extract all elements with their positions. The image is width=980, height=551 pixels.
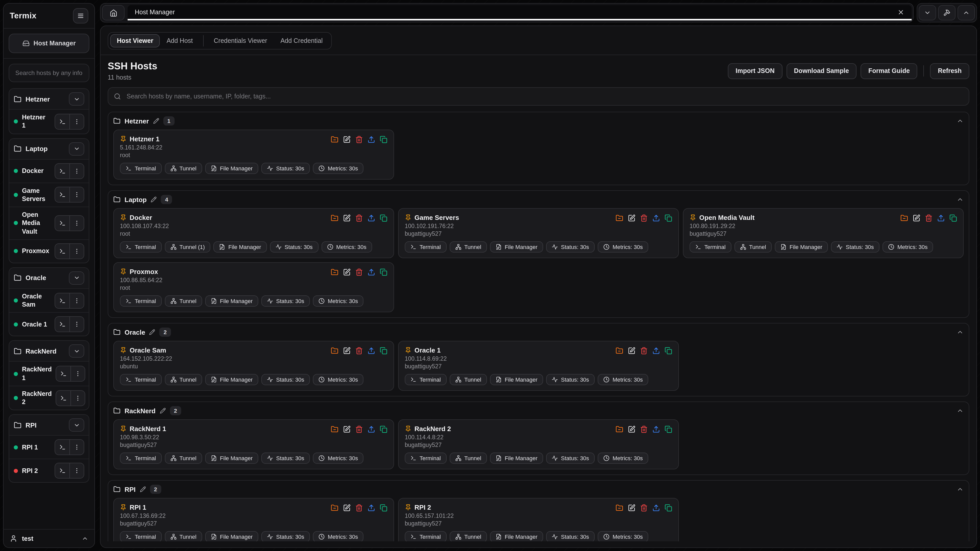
sidebar-host-terminal-button[interactable] — [55, 440, 69, 455]
host-tunnel-chip[interactable]: Tunnel — [449, 531, 487, 541]
host-file-manager-chip[interactable]: File Manager — [490, 374, 543, 385]
sidebar-host-menu-button[interactable] — [69, 216, 84, 230]
host-status-chip[interactable]: Status: 30s — [261, 374, 310, 385]
host-metrics-chip[interactable]: Metrics: 30s — [321, 241, 372, 252]
edit-host-button[interactable] — [343, 268, 351, 278]
duplicate-host-button[interactable] — [380, 504, 387, 513]
sidebar-host-menu-button[interactable] — [69, 114, 84, 129]
host-terminal-chip[interactable]: Terminal — [405, 241, 446, 252]
host-terminal-chip[interactable]: Terminal — [690, 241, 731, 252]
folder-remove-button[interactable] — [331, 504, 339, 513]
export-host-button[interactable] — [368, 136, 375, 145]
host-tunnel-chip[interactable]: Tunnel — [165, 163, 202, 174]
host-tunnel-chip[interactable]: Tunnel — [734, 241, 772, 252]
tab-host-manager[interactable]: Host Manager — [127, 5, 912, 21]
sidebar-host-row[interactable]: Docker — [9, 159, 89, 183]
export-host-button[interactable] — [652, 347, 660, 356]
sidebar-host-terminal-button[interactable] — [55, 164, 69, 178]
host-metrics-chip[interactable]: Metrics: 30s — [313, 163, 364, 174]
edit-host-button[interactable] — [343, 136, 351, 145]
host-file-manager-chip[interactable]: File Manager — [490, 241, 543, 252]
sidebar-host-terminal-button[interactable] — [55, 216, 69, 230]
folder-remove-button[interactable] — [331, 214, 339, 224]
delete-host-button[interactable] — [355, 136, 363, 145]
tab-credentials-viewer[interactable]: Credentials Viewer — [207, 34, 274, 48]
format-guide-button[interactable]: Format Guide — [861, 63, 918, 79]
download-sample-button[interactable]: Download Sample — [786, 63, 856, 79]
export-host-button[interactable] — [368, 426, 375, 435]
host-metrics-chip[interactable]: Metrics: 30s — [883, 241, 933, 252]
sidebar-host-row[interactable]: Game Servers — [9, 183, 89, 206]
host-tunnel-chip[interactable]: Tunnel — [449, 453, 487, 464]
duplicate-host-button[interactable] — [665, 426, 672, 435]
delete-host-button[interactable] — [640, 214, 648, 224]
sidebar-host-menu-button[interactable] — [69, 164, 84, 178]
edit-host-button[interactable] — [628, 504, 635, 513]
duplicate-host-button[interactable] — [665, 214, 672, 224]
sidebar-host-row[interactable]: Oracle Sam — [9, 288, 89, 313]
rename-folder-button[interactable] — [153, 118, 159, 124]
host-status-chip[interactable]: Status: 30s — [546, 453, 595, 464]
tools-button[interactable] — [938, 5, 956, 21]
host-file-manager-chip[interactable]: File Manager — [205, 295, 258, 306]
host-metrics-chip[interactable]: Metrics: 30s — [598, 241, 649, 252]
host-file-manager-chip[interactable]: File Manager — [205, 374, 258, 385]
sidebar-menu-button[interactable] — [73, 8, 88, 24]
host-metrics-chip[interactable]: Metrics: 30s — [598, 453, 649, 464]
sidebar-host-row[interactable]: RPI 2 — [9, 459, 89, 483]
sidebar-host-terminal-button[interactable] — [55, 317, 69, 332]
host-status-chip[interactable]: Status: 30s — [546, 531, 595, 541]
host-status-chip[interactable]: Status: 30s — [546, 241, 595, 252]
export-host-button[interactable] — [652, 504, 660, 513]
sidebar-host-terminal-button[interactable] — [55, 244, 69, 259]
host-terminal-chip[interactable]: Terminal — [120, 453, 162, 464]
host-status-chip[interactable]: Status: 30s — [261, 453, 310, 464]
duplicate-host-button[interactable] — [950, 214, 957, 224]
folder-remove-button[interactable] — [331, 426, 339, 435]
host-file-manager-chip[interactable]: File Manager — [205, 453, 258, 464]
collapse-section-button[interactable] — [956, 329, 964, 336]
host-tunnel-chip[interactable]: Tunnel — [165, 531, 202, 541]
edit-host-button[interactable] — [343, 504, 351, 513]
collapse-section-button[interactable] — [956, 196, 964, 203]
duplicate-host-button[interactable] — [665, 504, 672, 513]
duplicate-host-button[interactable] — [380, 136, 387, 145]
sidebar-host-menu-button[interactable] — [71, 366, 85, 381]
collapse-section-button[interactable] — [956, 486, 964, 493]
folder-remove-button[interactable] — [616, 214, 623, 224]
host-terminal-chip[interactable]: Terminal — [405, 374, 446, 385]
host-terminal-chip[interactable]: Terminal — [120, 374, 162, 385]
folder-remove-button[interactable] — [331, 347, 339, 356]
delete-host-button[interactable] — [355, 347, 363, 356]
host-status-chip[interactable]: Status: 30s — [270, 241, 318, 252]
rename-folder-button[interactable] — [149, 329, 156, 335]
host-terminal-chip[interactable]: Terminal — [120, 241, 162, 252]
folder-remove-button[interactable] — [616, 426, 623, 435]
duplicate-host-button[interactable] — [380, 268, 387, 278]
export-host-button[interactable] — [368, 347, 375, 356]
host-file-manager-chip[interactable]: File Manager — [213, 241, 267, 252]
sidebar-folder-collapse-button[interactable] — [69, 142, 84, 156]
sidebar-search-input[interactable] — [9, 64, 89, 82]
folder-remove-button[interactable] — [331, 268, 339, 278]
sidebar-host-menu-button[interactable] — [69, 440, 84, 455]
sidebar-host-terminal-button[interactable] — [56, 391, 71, 405]
host-tunnel-chip[interactable]: Tunnel — [449, 241, 487, 252]
sidebar-host-row[interactable]: RackNerd 2 — [9, 386, 89, 410]
rename-folder-button[interactable] — [140, 486, 146, 492]
host-file-manager-chip[interactable]: File Manager — [490, 453, 543, 464]
export-host-button[interactable] — [368, 268, 375, 278]
duplicate-host-button[interactable] — [380, 214, 387, 224]
sidebar-host-terminal-button[interactable] — [55, 293, 69, 308]
rename-folder-button[interactable] — [159, 408, 165, 414]
export-host-button[interactable] — [652, 426, 660, 435]
home-button[interactable] — [102, 5, 124, 21]
edit-host-button[interactable] — [343, 214, 351, 224]
delete-host-button[interactable] — [355, 268, 363, 278]
collapse-up-button[interactable] — [958, 5, 975, 21]
sidebar-host-menu-button[interactable] — [69, 293, 84, 308]
host-terminal-chip[interactable]: Terminal — [405, 531, 446, 541]
refresh-button[interactable]: Refresh — [930, 63, 969, 79]
tab-add-credential[interactable]: Add Credential — [274, 34, 329, 48]
sidebar-folder-header[interactable]: Laptop — [9, 138, 89, 159]
